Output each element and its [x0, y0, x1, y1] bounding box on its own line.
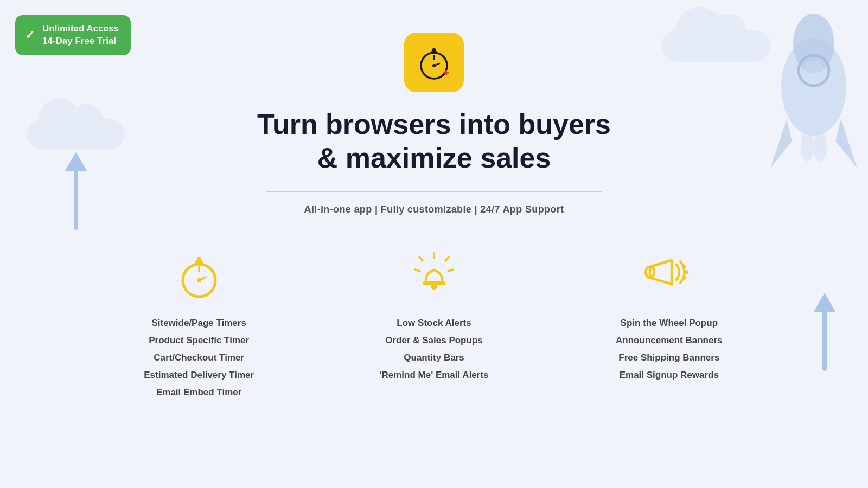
alert-svg [410, 251, 458, 299]
headline-line2: & maximize sales [317, 142, 551, 174]
arrow-right-decoration [808, 293, 841, 380]
list-item: 'Remind Me' Email Alerts [379, 369, 488, 381]
list-item: Low Stock Alerts [379, 317, 488, 329]
svg-point-15 [432, 64, 436, 67]
svg-point-23 [197, 278, 201, 282]
feature-col-alerts: Low Stock Alerts Order & Sales Popups Qu… [317, 248, 550, 404]
list-item: Spin the Wheel Popup [616, 317, 722, 329]
svg-point-7 [804, 61, 824, 80]
check-icon: ✓ [25, 28, 35, 42]
svg-rect-19 [195, 260, 203, 265]
features-grid: Sitewide/Page Timers Product Specific Ti… [81, 248, 787, 404]
svg-line-27 [419, 257, 423, 261]
alerts-icon [407, 248, 461, 302]
svg-point-33 [682, 275, 686, 279]
svg-point-8 [801, 131, 814, 162]
trial-badge: ✓ Unlimited Access 14-Day Free Trial [15, 15, 131, 55]
svg-rect-29 [423, 281, 445, 285]
marketing-list: Spin the Wheel Popup Announcement Banner… [616, 317, 722, 387]
list-item: Quantity Bars [379, 352, 488, 364]
svg-line-25 [415, 269, 420, 271]
feature-col-marketing: Spin the Wheel Popup Announcement Banner… [553, 248, 786, 404]
svg-marker-1 [65, 152, 87, 171]
divider [266, 191, 602, 192]
rocket-decoration [673, 0, 868, 271]
list-item: Sitewide/Page Timers [144, 317, 254, 329]
list-item: Announcement Banners [616, 335, 722, 346]
svg-rect-12 [432, 48, 436, 51]
headline-line1: Turn browsers into buyers [257, 108, 611, 140]
headline: Turn browsers into buyers & maximize sal… [257, 107, 611, 175]
list-item: Cart/Checkout Timer [144, 352, 254, 364]
trial-line2: 14-Day Free Trial [42, 35, 119, 48]
svg-point-9 [814, 131, 827, 162]
app-icon [404, 33, 464, 92]
cloud-left-decoration [27, 119, 125, 149]
subtitle: All-in-one app | Fully customizable | 24… [304, 204, 564, 215]
list-item: Email Embed Timer [144, 387, 254, 399]
alerts-list: Low Stock Alerts Order & Sales Popups Qu… [379, 317, 488, 387]
list-item: Email Signup Rewards [616, 369, 722, 381]
list-item: Free Shipping Banners [616, 352, 722, 364]
svg-marker-3 [814, 293, 835, 312]
feature-col-timers: Sitewide/Page Timers Product Specific Ti… [82, 248, 315, 404]
list-item: Product Specific Timer [144, 335, 254, 346]
arrow-left-decoration [60, 152, 92, 239]
trial-text: Unlimited Access 14-Day Free Trial [42, 23, 119, 48]
trial-line1: Unlimited Access [42, 23, 119, 35]
timers-icon [172, 248, 226, 302]
list-item: Estimated Delivery Timer [144, 369, 254, 381]
list-item: Order & Sales Popups [379, 335, 488, 346]
svg-line-26 [448, 269, 453, 271]
timers-list: Sitewide/Page Timers Product Specific Ti… [144, 317, 254, 404]
timer-svg [175, 251, 224, 299]
svg-rect-20 [197, 257, 201, 261]
stopwatch-icon [414, 43, 454, 82]
svg-line-28 [445, 257, 449, 261]
